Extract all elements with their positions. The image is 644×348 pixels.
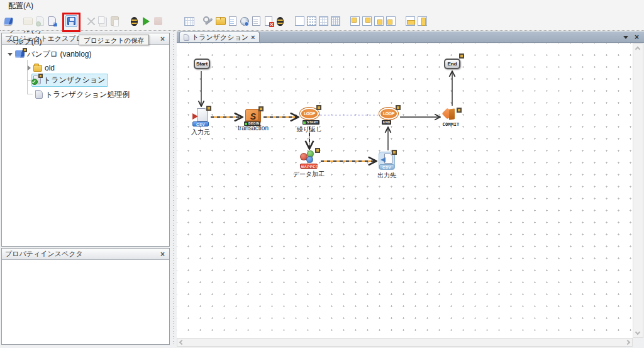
flow-node-mapper[interactable]: MAPPER データ加工 [300, 150, 318, 169]
commit-icon [443, 108, 459, 121]
node-label: データ加工 [293, 170, 325, 179]
output-arrow-icon [380, 157, 386, 162]
modified-badge-icon [316, 105, 321, 110]
save-project-icon[interactable]: プロジェクトの保存 [65, 15, 77, 27]
loop-start-tag: START [303, 120, 319, 125]
tabbar-close-icon[interactable]: × [635, 34, 639, 40]
chevron-right-icon[interactable] [28, 65, 31, 70]
tree-item-project-root[interactable]: バンプロ (vanblog) [8, 48, 92, 60]
horizontal-scrollbar[interactable] [177, 338, 633, 347]
property-inspector-body [2, 260, 169, 344]
modified-badge-icon [459, 53, 464, 59]
tab-close-icon[interactable]: × [251, 33, 255, 41]
loop-start-icon: LOOP START [300, 108, 319, 124]
project-explorer-close-icon[interactable]: × [159, 35, 166, 43]
scroll-up-icon[interactable] [635, 47, 640, 52]
new-project-icon[interactable] [3, 15, 14, 27]
modified-badge-icon [392, 150, 397, 155]
tree-item-label: old [45, 64, 55, 72]
project-icon [15, 50, 25, 58]
layout-plain-icon[interactable] [294, 15, 306, 27]
paste-icon[interactable] [109, 15, 121, 27]
layout-dense-icon[interactable] [330, 15, 341, 27]
script-icon [184, 34, 189, 41]
distribute-horizontal-icon[interactable] [404, 15, 416, 27]
tab-list-dropdown-icon[interactable] [623, 36, 628, 39]
commit-label: COMMIT [442, 122, 459, 127]
cut-icon[interactable] [85, 15, 97, 27]
property-inspector-close-icon[interactable]: × [159, 250, 166, 259]
menu-item[interactable]: ヘルプ(H) [3, 36, 63, 48]
tree-item-label: バンプロ (vanblog) [27, 49, 92, 60]
csv-write-icon: CSV [379, 152, 395, 170]
align-left-icon[interactable] [349, 15, 361, 27]
debug-icon[interactable] [128, 15, 140, 27]
open-folder-icon[interactable] [214, 15, 226, 27]
property-inspector-panel: プロパティインスペクタ × [1, 248, 170, 345]
panel-splitter[interactable] [170, 31, 177, 346]
tree-item-script-example[interactable]: トランザクション処理例 [35, 89, 130, 100]
align-right-icon[interactable] [361, 15, 373, 27]
log-list-icon[interactable] [250, 15, 262, 27]
toolbar: プロジェクトの保存 [0, 12, 644, 31]
delete-document-icon[interactable] [262, 15, 274, 27]
scroll-down-icon[interactable] [635, 330, 640, 335]
modified-badge-icon [206, 106, 211, 111]
tree-item-folder-old[interactable]: old [28, 62, 55, 74]
flow-node-output[interactable]: CSV 出力先 [379, 152, 395, 170]
mapper-banner: MAPPER [300, 164, 318, 169]
tree-item-script-transaction[interactable]: トランザクション [31, 74, 108, 86]
tree-line [27, 80, 31, 81]
tab-transaction[interactable]: トランザクション × [179, 31, 260, 42]
vertical-scrollbar[interactable] [633, 43, 643, 338]
modified-badge-icon [315, 148, 320, 153]
csv-read-icon: CSV [192, 108, 209, 126]
flow-canvas[interactable]: Start End CSV 入力元 S BEGIN transaction LO… [177, 43, 633, 338]
folder-icon [33, 65, 42, 72]
project-tree: バンプロ (vanblog) old トランザクション トランザクション処理例 [2, 45, 169, 245]
end-node-icon: End [444, 59, 460, 69]
flow-node-commit[interactable]: COMMIT [443, 108, 459, 121]
deploy-icon[interactable] [238, 15, 250, 27]
grid-settings-icon[interactable] [183, 15, 195, 27]
distribute-vertical-icon[interactable] [416, 15, 428, 27]
scroll-left-icon[interactable] [179, 340, 184, 345]
modified-badge-icon [38, 74, 43, 78]
align-bottom-icon[interactable] [385, 15, 397, 27]
mapper-icon: MAPPER [300, 150, 318, 169]
flow-node-transaction[interactable]: S BEGIN transaction [245, 109, 261, 123]
copy-icon[interactable] [97, 15, 109, 27]
flow-node-input[interactable]: CSV 入力元 [192, 108, 209, 126]
modified-badge-icon [258, 106, 264, 111]
import-script-icon[interactable] [34, 15, 46, 27]
bug-icon[interactable] [274, 15, 286, 27]
selected-tree-item[interactable]: トランザクション [31, 74, 108, 87]
script-icon [35, 90, 43, 99]
node-label: transaction [238, 125, 269, 132]
layout-dots-icon[interactable] [306, 15, 318, 27]
align-top-icon[interactable] [373, 15, 385, 27]
menu-item[interactable]: 配置(A) [3, 0, 63, 12]
document-properties-icon[interactable] [226, 15, 238, 27]
node-label: 繰り返し [297, 125, 322, 134]
node-label: 入力元 [191, 128, 210, 137]
flow-connections [177, 43, 633, 338]
property-inspector-titlebar: プロパティインスペクタ × [2, 249, 169, 260]
layout-grid-icon[interactable] [318, 15, 330, 27]
flow-node-end[interactable]: End [444, 59, 460, 69]
new-script-icon[interactable] [46, 15, 58, 27]
open-project-icon[interactable] [22, 15, 34, 27]
scroll-right-icon[interactable] [625, 340, 630, 345]
flow-node-loop-end[interactable]: LOOP END [379, 108, 398, 124]
node-label: 出力先 [377, 171, 396, 180]
tab-label: トランザクション [192, 33, 248, 42]
tree-item-label: トランザクション処理例 [45, 89, 130, 100]
flow-node-loop-start[interactable]: LOOP START 繰り返し [300, 108, 319, 124]
modified-badge-icon [396, 105, 401, 110]
flow-node-start[interactable]: Start [194, 59, 210, 69]
stop-icon[interactable] [152, 15, 164, 27]
tools-icon[interactable] [203, 15, 214, 27]
run-icon[interactable] [140, 15, 152, 27]
modified-badge-icon [457, 108, 462, 113]
chevron-down-icon[interactable] [8, 53, 13, 56]
